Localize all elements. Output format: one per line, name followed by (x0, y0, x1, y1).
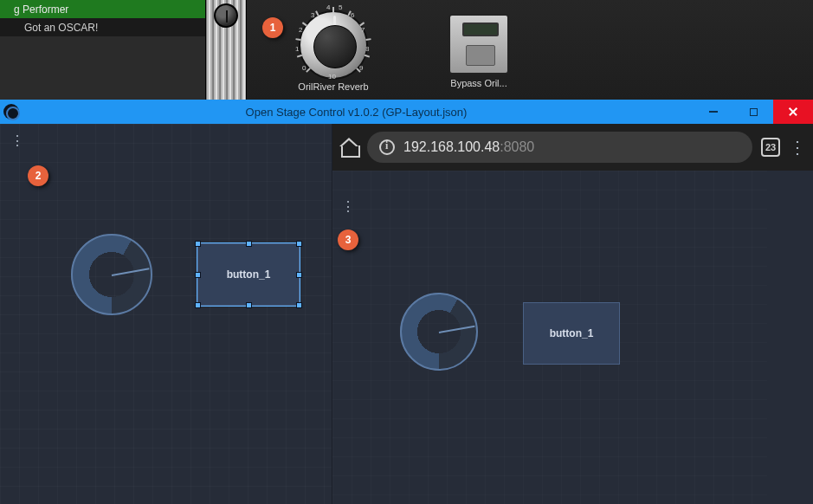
button-widget-mobile[interactable]: button_1 (523, 302, 620, 365)
url-ip: 192.168.100.48 (403, 139, 500, 155)
plugin-slot-label: Bypass Oril... (436, 78, 522, 88)
gp-host-panel: g Performer Got an OSCAR! 1 (0, 0, 813, 100)
callout-3: 3 (338, 229, 358, 250)
button-widget-label: button_1 (550, 327, 594, 339)
mobile-editor-menu-icon[interactable]: ⋮ (341, 204, 355, 210)
url-port: :8080 (500, 139, 534, 155)
callout-1: 1 (262, 17, 283, 38)
editor-menu-icon[interactable]: ⋮ (10, 138, 24, 145)
plugin-slot-orilriver[interactable]: 0 1 2 3 4 5 6 7 8 9 10 OrilRiver Reverb (290, 10, 377, 92)
rack-row-sub[interactable]: Got an OSCAR! (0, 18, 205, 36)
browser-toolbar: 192.168.100.48:8080 23 ⋮ (332, 124, 813, 171)
plugin-slot-area: 1 (247, 0, 813, 100)
osc-titlebar[interactable]: Open Stage Control v1.0.2 (GP-Layout.jso… (0, 100, 813, 124)
osc-app-icon (3, 104, 19, 120)
knob-widget-mobile[interactable] (400, 293, 478, 371)
plugin-slot-label: OrilRiver Reverb (290, 81, 377, 92)
minimize-button[interactable] (694, 100, 733, 124)
browser-menu-icon[interactable]: ⋮ (789, 144, 806, 151)
maximize-button[interactable] (733, 100, 773, 124)
mobile-canvas[interactable]: ⋮ 3 button_1 (332, 171, 767, 504)
rack-list: g Performer Got an OSCAR! (0, 0, 205, 100)
url-bar[interactable]: 192.168.100.48:8080 (367, 132, 752, 163)
site-info-icon[interactable] (379, 139, 395, 155)
tab-count-button[interactable]: 23 (761, 138, 780, 157)
close-button[interactable] (773, 100, 813, 124)
callout-2: 2 (28, 165, 48, 186)
osc-window: Open Stage Control v1.0.2 (GP-Layout.jso… (0, 100, 813, 504)
bypass-device-icon[interactable] (448, 14, 509, 74)
mobile-preview-pane: 192.168.100.48:8080 23 ⋮ ⋮ 3 button_1 (332, 124, 813, 504)
plugin-slot-bypass[interactable]: Bypass Oril... (436, 10, 522, 88)
home-icon[interactable] (339, 139, 358, 156)
screw-icon (214, 3, 238, 28)
knob-widget[interactable] (71, 234, 152, 315)
rack-row-active[interactable]: g Performer (0, 0, 205, 18)
button-widget[interactable]: button_1 (197, 243, 300, 306)
osc-editor-pane[interactable]: ⋮ 2 button_1 (0, 124, 332, 504)
osc-window-title: Open Stage Control v1.0.2 (GP-Layout.jso… (19, 106, 694, 119)
button-widget-label: button_1 (227, 268, 271, 281)
